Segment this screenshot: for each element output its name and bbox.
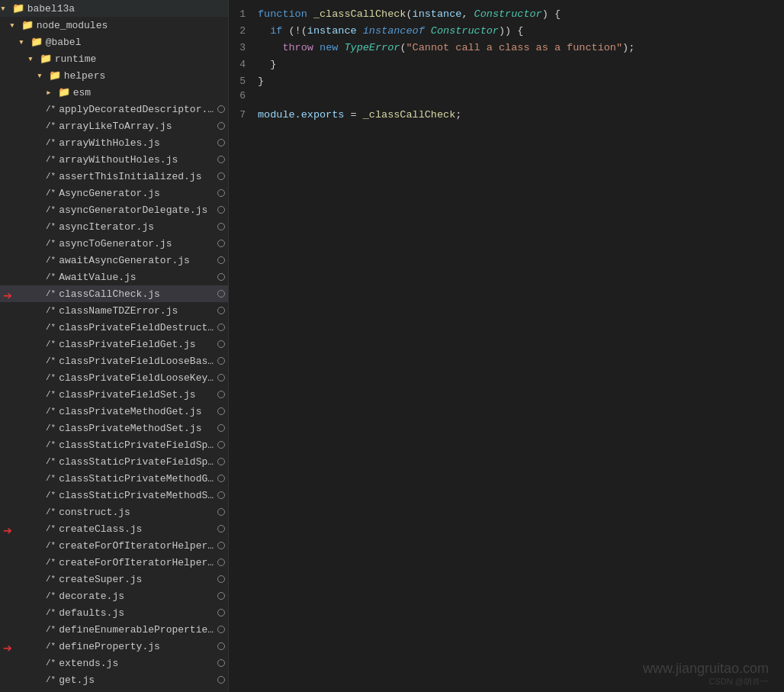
file-icon: /* (46, 222, 56, 231)
sidebar-item-AwaitValue.js[interactable]: /*AwaitValue.js (0, 269, 228, 285)
file-status-indicator (217, 156, 225, 163)
sidebar-item-label: applyDecoratedDescriptor.js (59, 104, 214, 115)
sidebar-item-label: classPrivateFieldSet.js (59, 389, 214, 401)
file-icon: /* (46, 575, 56, 584)
file-status-indicator (217, 558, 225, 566)
sidebar-item-classStaticPrivateMethodSet.[interactable]: /*classStaticPrivateMethodSet. (0, 487, 228, 504)
file-status-indicator (217, 256, 225, 264)
sidebar-item-label: get.js (59, 674, 214, 686)
file-icon: /* (46, 373, 56, 382)
file-explorer: ▾ 📁babel13a▾ 📁node_modules▾ 📁@babel▾ 📁ru… (0, 0, 229, 692)
file-status-indicator (217, 508, 225, 516)
sidebar-item-extends.js[interactable]: /*extends.js (0, 655, 228, 671)
sidebar-item-esm[interactable]: ▸ 📁esm (0, 84, 228, 101)
sidebar-item-createForOfIteratorHelper.js[interactable]: /*createForOfIteratorHelper.js (0, 537, 228, 554)
line-content: if (!(instance instanceof Constructor)) … (258, 23, 523, 40)
sidebar-item-classPrivateFieldSet.js[interactable]: /*classPrivateFieldSet.js (0, 386, 228, 403)
sidebar-item-classNameTDZError.js[interactable]: /*classNameTDZError.js (0, 302, 228, 319)
file-icon: /* (46, 188, 56, 198)
sidebar-item-label: classCallCheck.js (59, 288, 214, 300)
file-status-indicator (217, 357, 225, 365)
sidebar-item-arrayWithHoles.js[interactable]: /*arrayWithHoles.js (0, 134, 228, 151)
sidebar-item-defineEnumerableProperties.[interactable]: /*defineEnumerableProperties. (0, 621, 228, 638)
sidebar-item-runtime[interactable]: ▾ 📁runtime (0, 50, 228, 67)
file-icon: /* (46, 457, 56, 466)
file-icon: /* (46, 205, 56, 214)
code-content: 1function _classCallCheck(instance, Cons… (229, 0, 784, 130)
sidebar-item-helpers[interactable]: ▾ 📁helpers (0, 67, 228, 84)
sidebar-item-classPrivateFieldLooseBase.js[interactable]: /*classPrivateFieldLooseBase.js (0, 352, 228, 369)
folder-icon: ▾ 📁 (9, 19, 34, 31)
sidebar-item-label: babel13a (27, 3, 225, 14)
file-icon: /* (46, 474, 56, 483)
sidebar-item-label: decorate.js (59, 591, 214, 602)
sidebar-item-classCallCheck.js[interactable]: /*classCallCheck.js (0, 285, 228, 302)
sidebar-item-label: createForOfIteratorHelper.js (59, 540, 214, 552)
sidebar-item-label: arrayWithHoles.js (59, 137, 214, 149)
file-status-indicator (217, 659, 225, 667)
sidebar-item-classStaticPrivateFieldSpecGe[interactable]: /*classStaticPrivateFieldSpecGe (0, 436, 228, 453)
sidebar-item-asyncToGenerator.js[interactable]: /*asyncToGenerator.js (0, 235, 228, 252)
sidebar-item-babel[interactable]: ▾ 📁@babel (0, 34, 228, 50)
file-status-indicator (217, 206, 225, 214)
file-status-indicator (217, 407, 225, 415)
sidebar-item-label: arrayWithoutHoles.js (59, 154, 214, 166)
sidebar-item-classPrivateFieldDestructureS.js[interactable]: /*classPrivateFieldDestructureS (0, 319, 228, 336)
sidebar-item-label: defaults.js (59, 607, 214, 619)
file-icon: /* (46, 507, 56, 517)
sidebar-item-AsyncGenerator.js[interactable]: /*AsyncGenerator.js (0, 185, 228, 201)
sidebar-item-arrayLikeToArray.js[interactable]: /*arrayLikeToArray.js (0, 117, 228, 134)
file-status-indicator (217, 424, 225, 432)
file-icon: /* (46, 155, 56, 164)
sidebar-item-label: helpers (64, 70, 225, 82)
line-number: 1 (229, 8, 258, 20)
sidebar-item-classStaticPrivateMethodGet.[interactable]: /*classStaticPrivateMethodGet. (0, 470, 228, 487)
sidebar-item-classPrivateFieldLooseKey.js[interactable]: /*classPrivateFieldLooseKey.js (0, 369, 228, 386)
sidebar-item-classStaticPrivateFieldSpecSe[interactable]: /*classStaticPrivateFieldSpecSe (0, 453, 228, 470)
file-icon: /* (46, 121, 56, 130)
sidebar-item-label: classPrivateFieldLooseKey.js (59, 372, 214, 384)
sidebar-item-defaults.js[interactable]: /*defaults.js (0, 604, 228, 621)
file-status-indicator (217, 609, 225, 616)
line-number: 7 (229, 109, 258, 121)
file-icon: /* (46, 440, 56, 449)
file-icon: /* (46, 591, 56, 600)
sidebar-item-classPrivateFieldGet.js[interactable]: /*classPrivateFieldGet.js (0, 336, 228, 352)
sidebar-item-assertThisInitialized.js[interactable]: /*assertThisInitialized.js (0, 168, 228, 185)
file-status-indicator (217, 307, 225, 314)
sidebar-item-construct.js[interactable]: /*construct.js (0, 504, 228, 520)
sidebar-item-asyncIterator.js[interactable]: /*asyncIterator.js (0, 218, 228, 235)
sidebar-item-label: awaitAsyncGenerator.js (59, 255, 214, 266)
sidebar-item-asyncGeneratorDelegate.js[interactable]: /*asyncGeneratorDelegate.js (0, 201, 228, 218)
sidebar-item-label: assertThisInitialized.js (59, 171, 214, 182)
file-icon: /* (46, 407, 56, 416)
sidebar-item-createForOfIteratorHelperLo[interactable]: /*createForOfIteratorHelperLo (0, 554, 228, 571)
file-status-indicator (217, 374, 225, 381)
sidebar-item-classPrivateMethodGet.js[interactable]: /*classPrivateMethodGet.js (0, 403, 228, 420)
file-icon: /* (46, 608, 56, 617)
sidebar-item-awaitAsyncGenerator.js[interactable]: /*awaitAsyncGenerator.js (0, 252, 228, 269)
file-icon: /* (46, 323, 56, 332)
sidebar-item-getPrototypeOf.js[interactable]: /*getPrototypeOf.js (0, 688, 228, 692)
sidebar-item-babel13a[interactable]: ▾ 📁babel13a (0, 0, 228, 17)
sidebar-item-arrayWithoutHoles.js[interactable]: /*arrayWithoutHoles.js (0, 151, 228, 168)
sidebar-item-classPrivateMethodSet.js[interactable]: /*classPrivateMethodSet.js (0, 420, 228, 436)
file-status-indicator (217, 172, 225, 180)
file-icon: /* (46, 625, 56, 634)
sidebar-item-label: node_modules (37, 20, 225, 31)
sidebar-item-label: classPrivateFieldDestructureS (59, 322, 214, 333)
code-line-2: 2 if (!(instance instanceof Constructor)… (229, 23, 784, 40)
sidebar-item-node_modules[interactable]: ▾ 📁node_modules (0, 17, 228, 34)
sidebar-item-createSuper.js[interactable]: /*createSuper.js (0, 571, 228, 587)
sidebar-item-createClass.js[interactable]: /*createClass.js (0, 520, 228, 537)
file-icon: /* (46, 256, 56, 265)
code-line-1: 1function _classCallCheck(instance, Cons… (229, 6, 784, 23)
sidebar-item-label: AwaitValue.js (59, 272, 214, 283)
sidebar-item-get.js[interactable]: /*get.js (0, 671, 228, 688)
folder-icon: ▾ 📁 (18, 36, 43, 48)
folder-icon: ▾ 📁 (27, 53, 52, 65)
sidebar-item-defineProperty.js[interactable]: /*defineProperty.js (0, 638, 228, 655)
file-status-indicator (217, 323, 225, 331)
sidebar-item-decorate.js[interactable]: /*decorate.js (0, 587, 228, 604)
sidebar-item-applyDecoratedDescriptor.js[interactable]: /*applyDecoratedDescriptor.js (0, 101, 228, 117)
